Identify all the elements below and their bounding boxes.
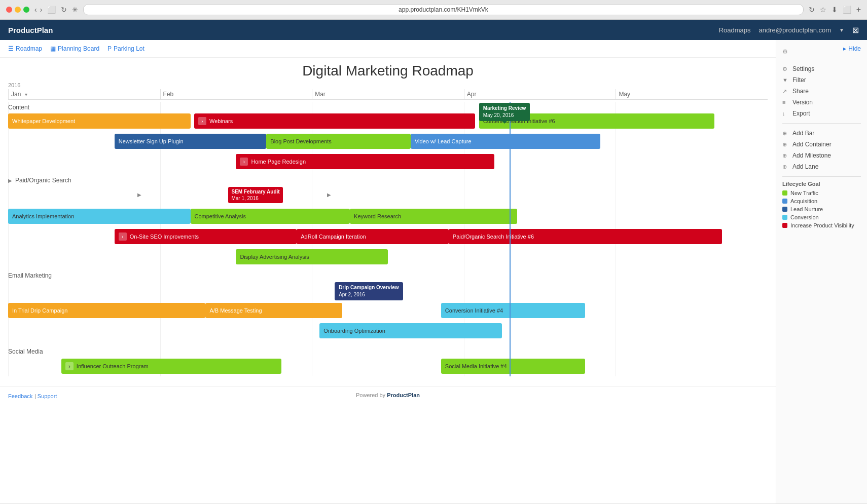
content-row-2: Newsletter Sign Up Plugin Blog Post Deve… bbox=[8, 132, 768, 150]
left-arrow: ▶ bbox=[137, 192, 141, 198]
app-logo: ProductPlan bbox=[8, 26, 53, 34]
minimize-button[interactable] bbox=[15, 7, 21, 13]
on-site-seo-bar[interactable]: › On-Site SEO Improvements bbox=[115, 229, 297, 244]
share-icon: ↗ bbox=[782, 88, 789, 95]
new-traffic-label: New Traffic bbox=[790, 190, 818, 196]
content-area: ☰ Roadmap ▦ Planning Board P Parking Lot… bbox=[0, 40, 776, 503]
settings-icon: ⚙ bbox=[782, 66, 789, 72]
paid-row-1: Analytics Implementation Competitive Ana… bbox=[8, 207, 768, 225]
divider-2 bbox=[782, 176, 861, 177]
roadmaps-link[interactable]: Roadmaps bbox=[719, 26, 751, 34]
add-milestone-item[interactable]: ⊕ Add Milestone bbox=[782, 150, 861, 161]
resize-icon[interactable]: ⬜ bbox=[843, 6, 851, 14]
content-row-1: Whitepaper Development › Webinars Conten… bbox=[8, 112, 768, 130]
settings-item[interactable]: ⚙ Settings bbox=[782, 63, 861, 74]
timeline-grid: Marketing Review May 20, 2016 Content Wh… bbox=[8, 102, 768, 376]
lane-expand-icon[interactable]: ▶ bbox=[8, 178, 12, 183]
acquisition-label: Acquisition bbox=[790, 198, 817, 204]
acquisition-dot bbox=[782, 199, 787, 204]
fullscreen-button[interactable]: ⊠ bbox=[852, 25, 859, 35]
tab-icon: ⬜ bbox=[47, 6, 56, 14]
back-button[interactable]: ‹ bbox=[34, 6, 37, 14]
parking-lot-nav[interactable]: P Parking Lot bbox=[107, 45, 144, 52]
add-lane-item[interactable]: ⊕ Add Lane bbox=[782, 161, 861, 172]
gear-icon[interactable]: ⚙ bbox=[782, 48, 788, 55]
drip-tooltip-row: Drip Campaign Overview Apr 2, 2016 bbox=[8, 280, 768, 301]
keyword-research-bar[interactable]: Keyword Research bbox=[350, 209, 517, 224]
blog-post-bar[interactable]: Blog Post Developments bbox=[266, 134, 411, 149]
feedback-link[interactable]: Feedback bbox=[8, 393, 32, 399]
adroll-bar[interactable]: AdRoll Campaign Iteration bbox=[297, 229, 449, 244]
influencer-bar[interactable]: › Influencer Outreach Program bbox=[61, 359, 281, 374]
lead-nurture-label: Lead Nurture bbox=[790, 206, 823, 212]
forward-button[interactable]: › bbox=[40, 6, 43, 14]
sem-audit-milestone[interactable]: SEM February Audit Mar 1, 2016 bbox=[228, 187, 282, 203]
share-icon: ↻ bbox=[61, 6, 67, 14]
bookmark-icon[interactable]: ☆ bbox=[820, 6, 826, 14]
main-container: ☰ Roadmap ▦ Planning Board P Parking Lot… bbox=[0, 40, 867, 503]
add-bar-label: Add Bar bbox=[792, 130, 814, 137]
legend-product-visibility: Increase Product Visibility bbox=[782, 222, 861, 228]
current-date-line bbox=[510, 102, 511, 376]
share-item[interactable]: ↗ Share bbox=[782, 86, 861, 97]
jan-dropdown[interactable]: ▾ bbox=[25, 92, 27, 97]
brand-logo: ProductPlan bbox=[387, 392, 420, 398]
whitepaper-bar[interactable]: Whitepaper Development bbox=[8, 113, 191, 129]
social-initiative-bar[interactable]: Social Media Initiative #4 bbox=[441, 359, 586, 374]
conversion-initiative-bar[interactable]: Conversion Initiative #4 bbox=[441, 303, 586, 318]
legend-conversion: Conversion bbox=[782, 214, 861, 220]
footer-area: Feedback | Support Powered by ProductPla… bbox=[0, 386, 776, 405]
support-link[interactable]: Support bbox=[38, 393, 57, 399]
month-feb: Feb bbox=[160, 89, 312, 99]
lead-nurture-dot bbox=[782, 207, 787, 212]
traffic-lights bbox=[6, 7, 29, 13]
product-visibility-label: Increase Product Visibility bbox=[790, 222, 854, 228]
paid-initiative-bar[interactable]: Paid/Organic Search Initiative #6 bbox=[449, 229, 722, 244]
social-media-title: Social Media bbox=[8, 346, 768, 356]
legend-lead-nurture: Lead Nurture bbox=[782, 206, 861, 212]
download-icon[interactable]: ⬇ bbox=[832, 6, 838, 14]
video-lead-bar[interactable]: Video w/ Lead Capture bbox=[411, 134, 601, 149]
page-title-area: Digital Marketing Roadmap bbox=[0, 58, 776, 82]
planning-board-nav[interactable]: ▦ Planning Board bbox=[50, 45, 99, 52]
maximize-button[interactable] bbox=[23, 7, 29, 13]
browser-chrome: ‹ › ⬜ ↻ ✳ app.productplan.com/KH1VmkVk ↻… bbox=[0, 0, 867, 20]
new-traffic-dot bbox=[782, 190, 787, 196]
newsletter-bar[interactable]: Newsletter Sign Up Plugin bbox=[115, 134, 267, 149]
header-right: Roadmaps andre@productplan.com ▼ ⊠ bbox=[719, 25, 859, 35]
ab-message-bar[interactable]: A/B Message Testing bbox=[205, 303, 342, 318]
social-media-lane: Social Media › Influencer Outreach Progr… bbox=[8, 346, 768, 376]
app-header: ProductPlan Roadmaps andre@productplan.c… bbox=[0, 20, 867, 40]
filter-label: Filter bbox=[792, 76, 806, 84]
refresh-icon[interactable]: ↻ bbox=[809, 6, 815, 14]
close-button[interactable] bbox=[6, 7, 12, 13]
export-icon: ↓ bbox=[782, 110, 789, 117]
analytics-impl-bar[interactable]: Analytics Implementation bbox=[8, 209, 191, 224]
user-menu[interactable]: andre@productplan.com bbox=[759, 26, 832, 34]
onboarding-bar[interactable]: Onboarding Optimization bbox=[319, 323, 502, 338]
in-trial-drip-bar[interactable]: In Trial Drip Campaign bbox=[8, 303, 205, 318]
conversion-label: Conversion bbox=[790, 214, 819, 220]
roadmap-nav[interactable]: ☰ Roadmap bbox=[8, 45, 42, 52]
powered-by-text: Powered by bbox=[356, 392, 387, 398]
add-bar-item[interactable]: ⊕ Add Bar bbox=[782, 128, 861, 139]
legend-new-traffic: New Traffic bbox=[782, 190, 861, 196]
export-item[interactable]: ↓ Export bbox=[782, 108, 861, 119]
arrow-icon: ▸ bbox=[843, 45, 846, 52]
version-item[interactable]: ≡ Version bbox=[782, 97, 861, 108]
display-advertising-bar[interactable]: Display Advertising Analysis bbox=[236, 249, 388, 264]
month-mar: Mar bbox=[312, 89, 464, 99]
competitive-analysis-bar[interactable]: Competitive Analysis bbox=[191, 209, 350, 224]
marketing-review-tooltip: Marketing Review May 20, 2016 bbox=[479, 103, 530, 121]
hide-button[interactable]: ▸ Hide bbox=[843, 45, 861, 52]
webinars-bar[interactable]: › Webinars bbox=[194, 113, 475, 129]
filter-item[interactable]: ▼ Filter bbox=[782, 74, 861, 86]
add-lane-label: Add Lane bbox=[792, 163, 818, 170]
settings-label: Settings bbox=[792, 65, 814, 72]
content-row-3: › Home Page Redesign bbox=[8, 152, 768, 171]
address-bar[interactable]: app.productplan.com/KH1VmkVk bbox=[83, 4, 803, 15]
homepage-redesign-bar[interactable]: › Home Page Redesign bbox=[236, 154, 494, 169]
filter-icon: ▼ bbox=[782, 77, 789, 83]
add-container-item[interactable]: ⊕ Add Container bbox=[782, 139, 861, 150]
new-tab-icon[interactable]: + bbox=[856, 5, 861, 14]
